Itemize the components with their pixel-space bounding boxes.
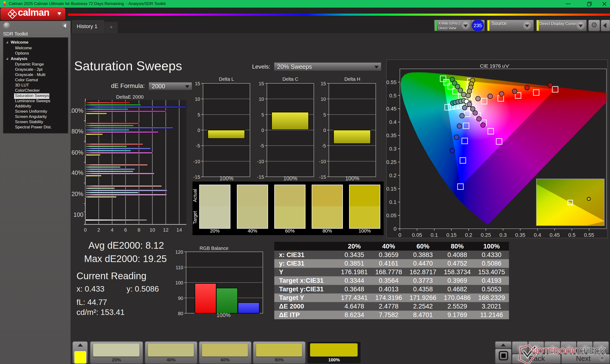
svg-text:5: 5: [323, 112, 326, 117]
svg-text:15: 15: [259, 81, 264, 86]
svg-text:RGB Balance: RGB Balance: [199, 246, 228, 251]
svg-text:Delta C: Delta C: [282, 77, 298, 82]
svg-text:100%: 100%: [283, 175, 297, 182]
svg-text:100%: 100%: [345, 175, 359, 182]
svg-text:14: 14: [176, 227, 182, 233]
svg-text:100%: 100%: [217, 312, 231, 318]
svg-text:-5: -5: [322, 143, 326, 148]
svg-text:20%: 20%: [71, 191, 83, 197]
svg-text:0.15: 0.15: [446, 232, 456, 238]
svg-text:0.1: 0.1: [389, 199, 397, 205]
svg-text:Delta H: Delta H: [344, 77, 360, 82]
svg-text:Delta L: Delta L: [219, 77, 234, 82]
svg-text:NOTEBOOK: NOTEBOOK: [531, 346, 578, 356]
svg-text:6: 6: [124, 227, 127, 233]
svg-text:10: 10: [321, 96, 326, 102]
svg-text:0.55: 0.55: [386, 79, 397, 85]
svg-text:100: 100: [175, 280, 183, 286]
svg-text:0.3: 0.3: [389, 146, 397, 152]
svg-text:15: 15: [321, 81, 326, 86]
svg-text:110: 110: [176, 265, 183, 270]
svg-text:0.15: 0.15: [386, 186, 397, 192]
svg-text:10: 10: [150, 227, 155, 233]
svg-text:0: 0: [84, 227, 87, 233]
svg-text:0.2: 0.2: [465, 232, 472, 238]
svg-text:-15: -15: [257, 174, 264, 180]
svg-text:0.25: 0.25: [481, 232, 491, 238]
svg-text:0.45: 0.45: [386, 106, 397, 112]
svg-text:8: 8: [138, 227, 140, 233]
svg-text:10: 10: [259, 96, 264, 102]
svg-text:CHECK: CHECK: [577, 346, 606, 356]
svg-text:40%: 40%: [71, 169, 83, 176]
svg-text:-5: -5: [196, 143, 200, 148]
svg-text:10: 10: [195, 96, 200, 102]
svg-text:80: 80: [178, 311, 183, 316]
svg-text:5: 5: [197, 112, 200, 117]
svg-text:0: 0: [323, 128, 326, 133]
svg-text:DeltaE 2000: DeltaE 2000: [116, 94, 144, 100]
svg-text:-15: -15: [193, 174, 200, 180]
svg-text:-15: -15: [319, 174, 326, 180]
svg-text:-10: -10: [257, 159, 264, 164]
svg-text:-5: -5: [260, 143, 264, 148]
svg-text:0: 0: [398, 232, 401, 238]
svg-text:100%: 100%: [71, 107, 83, 114]
svg-text:0.05: 0.05: [412, 232, 422, 238]
svg-text:0: 0: [261, 128, 264, 133]
svg-text:4: 4: [111, 227, 114, 233]
svg-text:80%: 80%: [71, 128, 83, 135]
svg-text:0.5: 0.5: [389, 93, 397, 99]
svg-text:0.25: 0.25: [386, 159, 397, 165]
svg-text:0.4: 0.4: [534, 232, 541, 238]
svg-text:0.2: 0.2: [389, 172, 397, 178]
svg-text:0.35: 0.35: [515, 232, 525, 238]
svg-text:-10: -10: [319, 159, 326, 164]
svg-text:100: 100: [73, 211, 83, 218]
svg-text:12: 12: [163, 227, 169, 233]
svg-text:0.55: 0.55: [584, 232, 594, 238]
svg-text:60%: 60%: [71, 149, 83, 156]
svg-text:0.05: 0.05: [386, 212, 397, 219]
svg-text:2: 2: [97, 227, 100, 233]
svg-text:15: 15: [195, 81, 200, 86]
svg-text:0.5: 0.5: [568, 232, 576, 238]
svg-text:-10: -10: [193, 159, 200, 164]
svg-text:0.45: 0.45: [549, 232, 560, 238]
svg-text:0: 0: [197, 128, 200, 133]
svg-text:0.1: 0.1: [430, 232, 438, 238]
svg-text:90: 90: [178, 296, 183, 301]
svg-text:CIE 1976 u'v': CIE 1976 u'v': [480, 63, 509, 69]
svg-text:5: 5: [261, 112, 264, 117]
svg-text:0.35: 0.35: [386, 132, 397, 138]
svg-text:0.4: 0.4: [389, 119, 397, 125]
svg-text:120: 120: [175, 249, 183, 255]
svg-text:0.3: 0.3: [499, 232, 507, 238]
svg-text:0: 0: [394, 226, 397, 232]
svg-text:100%: 100%: [220, 175, 234, 182]
